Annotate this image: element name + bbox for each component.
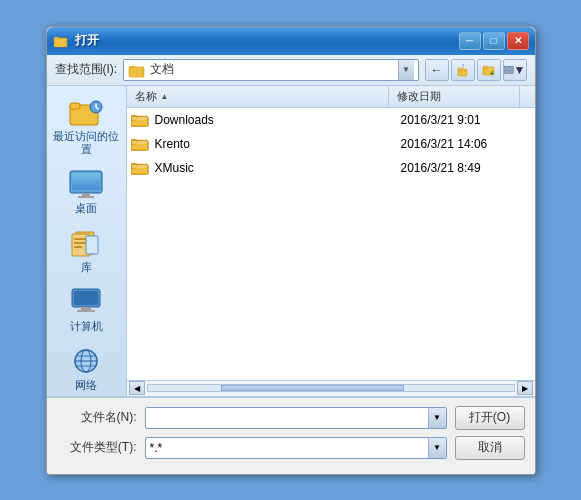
svg-text:↑: ↑ [461,63,465,69]
svg-rect-32 [74,291,98,305]
sidebar-item-desktop-label: 桌面 [75,202,97,215]
window-title: 打开 [75,32,459,49]
filetype-label: 文件类型(T): [57,439,137,456]
window-controls: ─ □ ✕ [459,32,529,50]
sidebar-item-network[interactable]: 网络 [51,343,122,394]
svg-rect-23 [72,173,100,190]
folder-icon [131,136,149,152]
sidebar-item-recent[interactable]: 最近访问的位置 [51,94,122,158]
location-value: 文档 [150,61,397,78]
sidebar-item-computer-label: 计算机 [70,320,103,333]
folder-icon [131,160,149,176]
svg-rect-1 [54,37,59,40]
svg-rect-33 [81,307,91,310]
file-date: 2016/3/21 9:01 [401,113,531,127]
sidebar: 最近访问的位置 [47,86,127,396]
close-button[interactable]: ✕ [507,32,529,50]
file-form: 文件名(N): ▼ 打开(O) 文件类型(T): ▼ 取消 [47,396,535,474]
sidebar-item-recent-label: 最近访问的位置 [53,130,119,156]
file-date: 2016/3/21 14:06 [401,137,531,151]
svg-rect-12 [504,66,508,69]
location-combo[interactable]: 文档 ▼ [123,59,418,81]
sidebar-item-library[interactable]: 库 [51,225,122,276]
open-file-dialog: 打开 ─ □ ✕ 查找范围(I): 文档 ▼ ← ↑ [46,26,536,475]
new-folder-button[interactable]: + [477,59,501,81]
file-date: 2016/3/21 8:49 [401,161,531,175]
svg-rect-14 [504,70,508,73]
network-icon [68,345,104,377]
cancel-button[interactable]: 取消 [455,436,525,460]
location-toolbar: 查找范围(I): 文档 ▼ ← ↑ [47,55,535,86]
table-row[interactable]: Downloads 2016/3/21 9:01 [127,108,535,132]
filetype-input[interactable] [146,438,428,458]
back-button[interactable]: ← [425,59,449,81]
filename-dropdown-arrow[interactable]: ▼ [428,408,446,428]
hscrollbar[interactable]: ◀ ▶ [127,380,535,396]
svg-rect-15 [509,70,513,73]
svg-rect-13 [509,66,513,69]
col-name-header[interactable]: 名称 ▲ [127,86,389,107]
filetype-row: 文件类型(T): ▼ 取消 [57,436,525,460]
sidebar-item-desktop[interactable]: 桌面 [51,166,122,217]
filename-label: 文件名(N): [57,409,137,426]
folder-icon [131,112,149,128]
recent-icon [68,96,104,128]
hscroll-thumb[interactable] [221,385,404,391]
svg-rect-4 [129,66,135,70]
file-area: 名称 ▲ 修改日期 Downloads 2 [127,86,535,396]
svg-rect-27 [74,242,86,244]
filetype-dropdown-arrow[interactable]: ▼ [428,438,446,458]
svg-text:+: + [489,69,494,77]
sidebar-item-computer[interactable]: 计算机 [51,284,122,335]
maximize-button[interactable]: □ [483,32,505,50]
svg-rect-10 [483,66,487,69]
table-row[interactable]: XMusic 2016/3/21 8:49 [127,156,535,180]
sidebar-item-network-label: 网络 [75,379,97,392]
computer-icon [68,286,104,318]
file-name: Krento [131,136,401,152]
location-label: 查找范围(I): [55,61,118,78]
up-button[interactable]: ↑ [451,59,475,81]
table-row[interactable]: Krento 2016/3/21 14:06 [127,132,535,156]
svg-rect-28 [74,246,82,248]
minimize-button[interactable]: ─ [459,32,481,50]
open-button[interactable]: 打开(O) [455,406,525,430]
svg-rect-21 [82,193,90,196]
svg-rect-44 [131,117,146,120]
nav-buttons: ← ↑ + [425,59,527,81]
window-icon [53,33,69,49]
library-icon [68,227,104,259]
sort-arrow: ▲ [161,92,169,101]
main-content: 最近访问的位置 [47,86,535,396]
file-list: Downloads 2016/3/21 9:01 Krento 2016/3/2… [127,108,535,380]
hscroll-track[interactable] [147,384,515,392]
svg-rect-22 [78,196,94,198]
sidebar-item-library-label: 库 [81,261,92,274]
desktop-icon [68,168,104,200]
hscroll-left-btn[interactable]: ◀ [129,381,145,395]
file-name: Downloads [131,112,401,128]
svg-rect-52 [131,165,146,168]
svg-rect-29 [86,236,98,254]
svg-rect-17 [70,103,80,109]
filename-input[interactable] [146,408,428,428]
hscroll-right-btn[interactable]: ▶ [517,381,533,395]
svg-rect-26 [74,238,86,240]
title-bar: 打开 ─ □ ✕ [47,27,535,55]
filetype-input-wrap: ▼ [145,437,447,459]
file-name: XMusic [131,160,401,176]
svg-rect-48 [131,141,146,144]
filename-input-wrap: ▼ [145,407,447,429]
view-button[interactable]: ▼ [503,59,527,81]
col-date-header[interactable]: 修改日期 [389,86,519,107]
column-headers: 名称 ▲ 修改日期 [127,86,535,108]
filename-row: 文件名(N): ▼ 打开(O) [57,406,525,430]
svg-rect-34 [77,310,95,312]
location-dropdown-arrow[interactable]: ▼ [398,60,414,80]
